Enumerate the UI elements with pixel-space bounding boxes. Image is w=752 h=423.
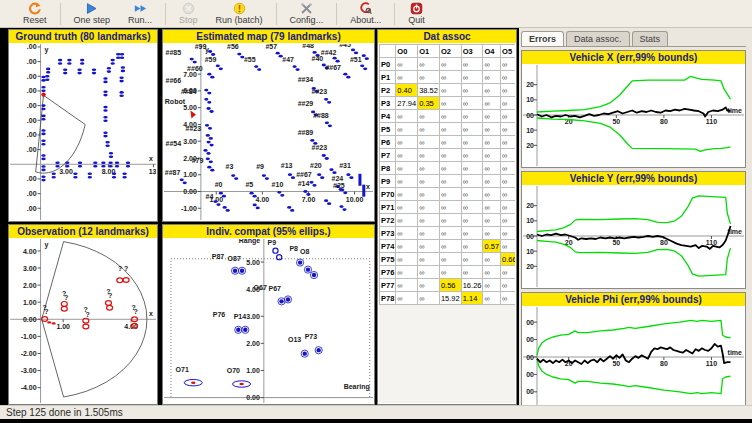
run-button[interactable]: Run...	[128, 2, 152, 25]
table-cell[interactable]: ∞	[396, 123, 418, 136]
table-cell[interactable]: ∞	[461, 266, 483, 279]
table-cell[interactable]: ∞	[439, 188, 461, 201]
table-cell[interactable]: ∞	[501, 266, 515, 279]
table-cell[interactable]: ∞	[501, 240, 515, 253]
table-cell[interactable]: ∞	[439, 227, 461, 240]
table-cell[interactable]: ∞	[483, 175, 501, 188]
about-button[interactable]: About...	[350, 2, 381, 25]
table-cell[interactable]: ∞	[418, 227, 440, 240]
table-cell[interactable]: ∞	[396, 227, 418, 240]
table-cell[interactable]: ∞	[483, 214, 501, 227]
table-cell[interactable]: ∞	[396, 58, 418, 71]
table-cell[interactable]: ∞	[483, 201, 501, 214]
table-cell[interactable]: ∞	[501, 123, 515, 136]
table-cell[interactable]: ∞	[396, 110, 418, 123]
table-cell[interactable]: ∞	[461, 188, 483, 201]
table-cell[interactable]: ∞	[483, 266, 501, 279]
table-cell[interactable]: ∞	[418, 123, 440, 136]
table-cell[interactable]: 0.40	[396, 84, 418, 97]
table-cell[interactable]: 0.57	[483, 240, 501, 253]
table-cell[interactable]: ∞	[501, 201, 515, 214]
table-cell[interactable]: ∞	[461, 162, 483, 175]
table-cell[interactable]: ∞	[483, 227, 501, 240]
table-cell[interactable]: ∞	[483, 110, 501, 123]
table-cell[interactable]: ∞	[461, 58, 483, 71]
table-cell[interactable]: ∞	[501, 97, 515, 110]
table-cell[interactable]: ∞	[439, 162, 461, 175]
table-cell[interactable]: 0.35	[418, 97, 440, 110]
table-cell[interactable]: ∞	[396, 266, 418, 279]
table-cell[interactable]: ∞	[461, 240, 483, 253]
table-cell[interactable]: ∞	[501, 162, 515, 175]
table-cell[interactable]: ∞	[418, 266, 440, 279]
table-cell[interactable]: ∞	[501, 227, 515, 240]
table-cell[interactable]: ∞	[418, 279, 440, 292]
table-cell[interactable]: ∞	[396, 253, 418, 266]
table-cell[interactable]: ∞	[396, 136, 418, 149]
table-cell[interactable]: ∞	[439, 175, 461, 188]
table-cell[interactable]: ∞	[501, 214, 515, 227]
table-cell[interactable]: ∞	[418, 253, 440, 266]
table-cell[interactable]: ∞	[396, 279, 418, 292]
table-cell[interactable]: 38.52	[418, 84, 440, 97]
table-cell[interactable]: ∞	[396, 175, 418, 188]
table-cell[interactable]: ∞	[501, 292, 515, 305]
table-cell[interactable]: ∞	[396, 214, 418, 227]
table-cell[interactable]: ∞	[418, 58, 440, 71]
table-cell[interactable]: ∞	[439, 71, 461, 84]
table-cell[interactable]: 16.26	[461, 279, 483, 292]
table-cell[interactable]: ∞	[501, 136, 515, 149]
table-cell[interactable]: ∞	[418, 240, 440, 253]
table-cell[interactable]: ∞	[483, 71, 501, 84]
table-cell[interactable]: ∞	[418, 71, 440, 84]
table-cell[interactable]: ∞	[501, 58, 515, 71]
table-cell[interactable]: ∞	[483, 84, 501, 97]
table-cell[interactable]: ∞	[501, 71, 515, 84]
table-cell[interactable]: ∞	[461, 227, 483, 240]
table-cell[interactable]: ∞	[396, 71, 418, 84]
table-cell[interactable]: ∞	[483, 188, 501, 201]
table-cell[interactable]: ∞	[461, 253, 483, 266]
table-cell[interactable]: ∞	[439, 58, 461, 71]
table-cell[interactable]: ∞	[418, 175, 440, 188]
table-cell[interactable]: ∞	[483, 58, 501, 71]
table-cell[interactable]: ∞	[483, 136, 501, 149]
table-cell[interactable]: ∞	[439, 110, 461, 123]
table-cell[interactable]: ∞	[396, 162, 418, 175]
table-cell[interactable]: ∞	[418, 110, 440, 123]
tab-errors[interactable]: Errors	[521, 31, 564, 46]
table-cell[interactable]: ∞	[461, 71, 483, 84]
table-cell[interactable]: ∞	[418, 162, 440, 175]
table-cell[interactable]: ∞	[461, 84, 483, 97]
table-cell[interactable]: 15.92	[439, 292, 461, 305]
run-batch-button[interactable]: Run (batch)	[216, 2, 263, 25]
table-cell[interactable]: ∞	[483, 279, 501, 292]
table-cell[interactable]: ∞	[396, 240, 418, 253]
table-cell[interactable]: ∞	[483, 292, 501, 305]
table-cell[interactable]: ∞	[418, 201, 440, 214]
table-cell[interactable]: ∞	[418, 136, 440, 149]
table-cell[interactable]: ∞	[439, 214, 461, 227]
table-cell[interactable]: ∞	[396, 188, 418, 201]
one-step-button[interactable]: One step	[74, 2, 111, 25]
table-cell[interactable]: 0.56	[439, 279, 461, 292]
table-cell[interactable]: ∞	[461, 110, 483, 123]
table-cell[interactable]: ∞	[396, 149, 418, 162]
table-cell[interactable]: ∞	[396, 292, 418, 305]
table-cell[interactable]: ∞	[439, 123, 461, 136]
table-cell[interactable]: 27.94	[396, 97, 418, 110]
table-cell[interactable]: ∞	[418, 292, 440, 305]
stop-button[interactable]: Stop	[179, 2, 198, 25]
table-cell[interactable]: ∞	[461, 136, 483, 149]
table-cell[interactable]: ∞	[418, 214, 440, 227]
reset-button[interactable]: Reset	[23, 2, 47, 25]
table-cell[interactable]: ∞	[483, 162, 501, 175]
table-cell[interactable]: ∞	[501, 110, 515, 123]
table-cell[interactable]: ∞	[501, 175, 515, 188]
table-cell[interactable]: ∞	[501, 84, 515, 97]
table-cell[interactable]: ∞	[501, 149, 515, 162]
table-cell[interactable]: ∞	[483, 253, 501, 266]
table-cell[interactable]: ∞	[483, 123, 501, 136]
table-cell[interactable]: ∞	[439, 240, 461, 253]
table-cell[interactable]: ∞	[461, 149, 483, 162]
